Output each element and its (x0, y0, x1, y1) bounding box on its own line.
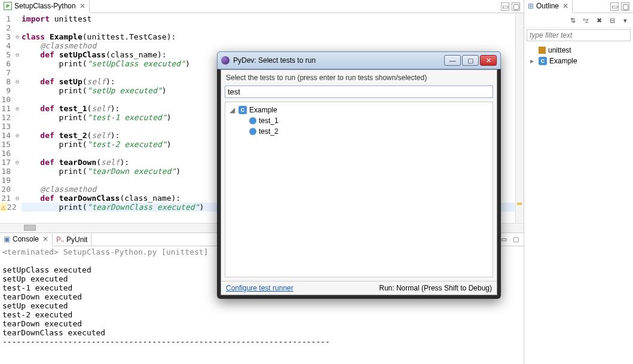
console-tab-title: Console (13, 235, 39, 243)
console-max-icon[interactable]: ▢ (510, 235, 521, 244)
test-tree-item[interactable]: test_1 (228, 115, 490, 126)
run-mode-label: Run: Normal (Press Shift to Debug) (379, 284, 492, 292)
alpha-sort-icon[interactable]: ᵃz (580, 16, 591, 25)
sort-icon[interactable]: ⇅ (567, 16, 578, 25)
test-tree-item[interactable]: test_2 (228, 126, 490, 137)
outline-tabbar: ⊞ Outline ✕ ▭ ▢ (524, 0, 633, 13)
test-tree[interactable]: ◢CExampletest_1test_2 (225, 102, 493, 277)
dialog-instruction: Select the tests to run (press enter to … (221, 70, 497, 85)
outline-min-icon[interactable]: ▭ (610, 2, 619, 11)
view-menu-icon[interactable]: ▾ (620, 16, 631, 25)
dialog-minimize-button[interactable]: — (444, 55, 461, 66)
eclipse-icon (221, 56, 230, 65)
editor-tabbar: P SetupClass-Python ✕ ▭ ▢ (0, 0, 524, 13)
pyunit-tab[interactable]: Pᵤ PyUnit (53, 233, 91, 246)
fold-column[interactable]: ⊖⊖⊖⊖⊖⊖⊖ (13, 13, 22, 223)
outline-toolbar: ⇅ ᵃz ✖ ⊟ ▾ (524, 13, 633, 28)
outline-item[interactable]: ▸CExample (528, 56, 629, 66)
test-tree-item[interactable]: ◢CExample (228, 105, 490, 115)
console-icon: ▣ (4, 235, 10, 243)
configure-test-runner-link[interactable]: Configure test runner (226, 284, 293, 292)
outline-tree[interactable]: unittest▸CExample (524, 42, 633, 69)
console-tab[interactable]: ▣ Console ✕ (0, 234, 53, 246)
python-file-icon: P (4, 2, 12, 10)
outline-panel: ⊞ Outline ✕ ▭ ▢ ⇅ ᵃz ✖ ⊟ ▾ unittest▸CExa… (524, 0, 633, 364)
outline-max-icon[interactable]: ▢ (621, 2, 629, 11)
dialog-maximize-button[interactable]: ▢ (462, 55, 479, 66)
select-tests-dialog: PyDev: Select tests to run — ▢ ✕ Select … (217, 51, 501, 299)
pyunit-tab-title: PyUnit (66, 235, 87, 244)
dialog-title: PyDev: Select tests to run (233, 56, 441, 65)
outline-tab[interactable]: ⊞ Outline ✕ (524, 1, 573, 13)
hide-fields-icon[interactable]: ✖ (594, 16, 604, 25)
outline-title: Outline (536, 2, 559, 10)
close-outline-icon[interactable]: ✕ (562, 2, 568, 10)
close-console-icon[interactable]: ✕ (42, 235, 48, 243)
overview-ruler[interactable] (515, 13, 524, 223)
outline-icon: ⊞ (528, 2, 534, 10)
scrollbar-thumb[interactable] (24, 225, 36, 231)
dialog-titlebar[interactable]: PyDev: Select tests to run — ▢ ✕ (217, 51, 501, 69)
test-filter-input[interactable] (225, 85, 493, 98)
dialog-close-button[interactable]: ✕ (480, 55, 497, 66)
outline-filter-input[interactable] (527, 29, 631, 41)
warning-mark[interactable] (517, 203, 522, 205)
collapse-all-icon[interactable]: ⊟ (607, 16, 617, 25)
outline-item[interactable]: unittest (528, 45, 629, 56)
maximize-icon[interactable]: ▢ (512, 2, 520, 11)
close-tab-icon[interactable]: ✕ (79, 2, 85, 10)
outline-filter (527, 29, 631, 41)
line-number-gutter: 123456789101112131415161718192021⚠22 (0, 13, 13, 223)
pyunit-icon: Pᵤ (56, 235, 64, 244)
editor-tab[interactable]: P SetupClass-Python ✕ (0, 1, 90, 13)
editor-tab-title: SetupClass-Python (14, 2, 76, 10)
minimize-icon[interactable]: ▭ (501, 2, 509, 11)
